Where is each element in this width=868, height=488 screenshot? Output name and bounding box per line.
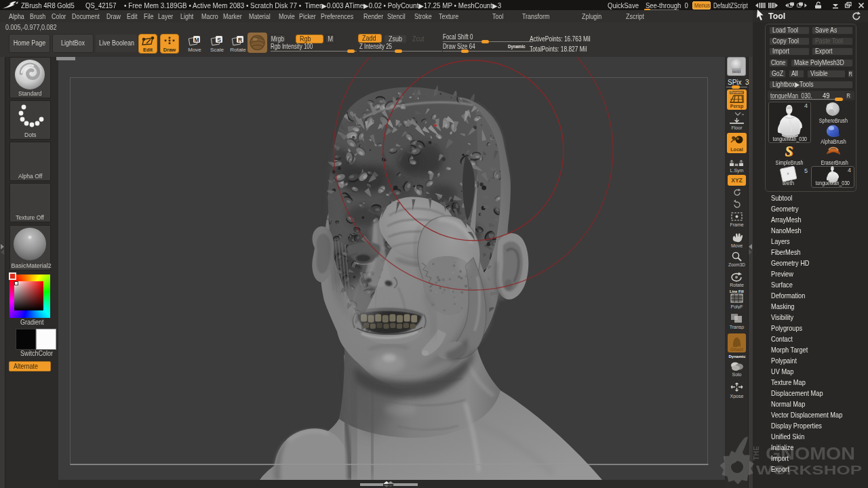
svg-text:L.Sym: L.Sym <box>730 168 744 174</box>
svg-text:Xpose: Xpose <box>730 394 744 399</box>
svg-text:Move: Move <box>188 47 201 53</box>
svg-text:Edit: Edit <box>143 47 153 53</box>
svg-text:Draw: Draw <box>163 47 176 53</box>
svg-text:M: M <box>194 37 199 43</box>
svg-text:Frame: Frame <box>730 222 743 227</box>
svg-text:Line Fill: Line Fill <box>730 289 744 293</box>
svg-text:Zoom3D: Zoom3D <box>728 262 745 267</box>
svg-text:R: R <box>238 37 242 43</box>
svg-text:PolyF: PolyF <box>731 304 743 310</box>
svg-text:Move: Move <box>731 243 743 248</box>
svg-text:Floor: Floor <box>732 125 743 130</box>
svg-text:Solo: Solo <box>732 372 741 377</box>
svg-text:Rotate: Rotate <box>730 283 744 287</box>
svg-text:S: S <box>785 144 792 159</box>
svg-text:THE: THE <box>753 446 760 461</box>
svg-text:Dynamic: Dynamic <box>730 91 743 94</box>
svg-text:Transp: Transp <box>730 325 745 330</box>
svg-text:Rotate: Rotate <box>230 47 246 53</box>
svg-text:Ghost: Ghost <box>730 347 744 352</box>
svg-text:Scale: Scale <box>210 47 224 53</box>
svg-text:Local: Local <box>730 147 743 152</box>
svg-text:S: S <box>217 37 221 43</box>
svg-text:tM30: tM30 <box>732 70 741 74</box>
svg-text:Persp: Persp <box>730 104 743 109</box>
